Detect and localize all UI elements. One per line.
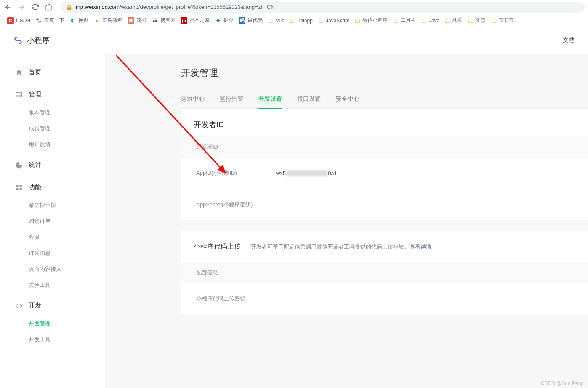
sidebar-category-label: 管理 bbox=[29, 91, 41, 99]
bookmark-item[interactable]: ●菜鸟教程 bbox=[91, 16, 125, 25]
sidebar-item[interactable]: 订阅消息 bbox=[0, 245, 105, 261]
sub-header: 开发者ID bbox=[181, 136, 588, 158]
bookmark-label: 萤石云 bbox=[499, 17, 514, 24]
sidebar-item[interactable]: 开发管理 bbox=[0, 316, 105, 332]
bookmark-favicon: 码 bbox=[239, 17, 245, 24]
bookmark-label: 掘金 bbox=[223, 17, 234, 24]
upload-section: 小程序代码上传 开发者可基于配置信息调用微信开发者工具提供的代码上传模块。查看详… bbox=[181, 231, 588, 262]
folder-icon: 🗀 bbox=[491, 17, 497, 24]
sidebar-category-home[interactable]: 首页 bbox=[0, 62, 105, 82]
sidebar-item[interactable]: 版本管理 bbox=[0, 104, 105, 120]
upload-key-label: 小程序代码上传密钥 bbox=[196, 295, 276, 302]
folder-icon: 🗀 bbox=[290, 17, 295, 24]
data-row: AppSecret(小程序密钥) bbox=[181, 189, 588, 220]
bookmark-item[interactable]: 🗀图形 bbox=[466, 16, 488, 25]
logo-area[interactable]: 小程序 bbox=[13, 35, 50, 45]
bookmark-item[interactable]: 🗀地图 bbox=[442, 16, 465, 25]
bookmark-item[interactable]: 🐾百度一下 bbox=[33, 16, 67, 25]
bookmark-item[interactable]: 🗀uniapp bbox=[287, 16, 315, 25]
sidebar: 首页管理版本管理成员管理用户反馈统计功能微信搜一搜购物订单客服订阅消息页面内容接… bbox=[0, 54, 105, 388]
folder-icon: 🗀 bbox=[354, 17, 360, 24]
data-row: AppID(小程序ID)wx50a1 bbox=[181, 158, 588, 189]
bookmarks-bar: CCSDN🐾百度一下◐禅道●菜鸟教程简简书☷博客园jb脚本之家◆掘金码最代码🗀V… bbox=[0, 14, 588, 27]
url-text: mp.weixin.qq.com/wxamp/devprofile/get_pr… bbox=[76, 4, 275, 10]
sidebar-item[interactable]: 客服 bbox=[0, 229, 105, 245]
bookmark-label: 脚本之家 bbox=[189, 17, 210, 24]
sidebar-item[interactable]: 页面内容接入 bbox=[0, 261, 105, 277]
bookmark-item[interactable]: 🗀Vue bbox=[266, 16, 287, 25]
bookmark-label: JavaScript bbox=[326, 18, 349, 24]
tab[interactable]: 安全中心 bbox=[336, 92, 359, 109]
bookmark-item[interactable]: 码最代码 bbox=[237, 16, 265, 25]
bookmark-item[interactable]: 🗀工具栏 bbox=[391, 16, 418, 25]
bookmark-favicon: ◆ bbox=[215, 17, 221, 24]
bookmark-item[interactable]: CCSDN bbox=[5, 16, 32, 25]
bookmark-item[interactable]: ◆掘金 bbox=[213, 16, 236, 25]
forward-button[interactable] bbox=[17, 3, 26, 12]
bookmark-item[interactable]: ◐禅道 bbox=[67, 16, 90, 25]
sidebar-category-pie[interactable]: 统计 bbox=[0, 155, 105, 175]
folder-icon: 🗀 bbox=[444, 17, 450, 24]
lock-icon: 🔒 bbox=[66, 4, 72, 10]
bookmark-label: 图形 bbox=[476, 17, 486, 24]
svg-rect-3 bbox=[20, 188, 22, 190]
code-icon bbox=[15, 302, 23, 310]
tab[interactable]: 监控告警 bbox=[220, 92, 243, 109]
docs-link[interactable]: 文档 bbox=[563, 37, 575, 44]
bookmark-item[interactable]: 🗀微信小程序 bbox=[352, 16, 390, 25]
bookmark-favicon: jb bbox=[181, 17, 187, 24]
sidebar-item[interactable]: 成员管理 bbox=[0, 120, 105, 136]
bookmark-item[interactable]: 🗀Java bbox=[419, 16, 442, 25]
page-header: 小程序 文档 bbox=[0, 27, 588, 54]
tab[interactable]: 开发设置 bbox=[258, 92, 282, 109]
sidebar-item[interactable]: 实验工具 bbox=[0, 277, 105, 293]
svg-rect-0 bbox=[16, 185, 18, 187]
view-details-link[interactable]: 查看详情 bbox=[410, 244, 431, 250]
svg-rect-1 bbox=[20, 185, 22, 187]
data-label: AppSecret(小程序密钥) bbox=[196, 201, 276, 209]
folder-icon: 🗀 bbox=[318, 17, 324, 24]
bookmark-favicon: C bbox=[7, 17, 14, 24]
sidebar-category-inbox[interactable]: 管理 bbox=[0, 85, 105, 104]
logo-text: 小程序 bbox=[27, 35, 50, 45]
pie-icon bbox=[15, 161, 23, 169]
bookmark-item[interactable]: 简简书 bbox=[125, 16, 149, 25]
folder-icon: 🗀 bbox=[268, 17, 274, 24]
sidebar-category-code[interactable]: 开发 bbox=[0, 296, 105, 316]
inbox-icon bbox=[15, 91, 23, 99]
tab[interactable]: 运维中心 bbox=[181, 92, 205, 109]
redacted-value bbox=[286, 170, 327, 176]
bookmark-label: Vue bbox=[276, 18, 285, 24]
section-title: 开发者ID bbox=[181, 109, 588, 136]
sidebar-category-grid[interactable]: 功能 bbox=[0, 177, 105, 197]
bookmark-label: uniapp bbox=[298, 18, 313, 24]
home-button[interactable] bbox=[44, 3, 53, 12]
bookmark-label: 百度一下 bbox=[44, 17, 64, 24]
sidebar-item[interactable]: 微信搜一搜 bbox=[0, 197, 105, 213]
url-bar[interactable]: 🔒 mp.weixin.qq.com/wxamp/devprofile/get_… bbox=[61, 2, 585, 13]
main: 开发管理 运维中心监控告警开发设置接口设置安全中心 开发者ID 开发者ID Ap… bbox=[105, 54, 588, 388]
sidebar-item[interactable]: 购物订单 bbox=[0, 213, 105, 229]
sidebar-category-label: 功能 bbox=[29, 183, 41, 191]
bookmark-item[interactable]: 🗀萤石云 bbox=[489, 16, 516, 25]
back-button[interactable] bbox=[3, 3, 13, 12]
bookmark-item[interactable]: jb脚本之家 bbox=[178, 16, 212, 25]
home-icon bbox=[15, 69, 23, 76]
bookmark-label: 最代码 bbox=[247, 17, 263, 24]
bookmark-label: 工具栏 bbox=[401, 17, 416, 24]
sidebar-category-label: 首页 bbox=[29, 68, 41, 76]
browser-toolbar: 🔒 mp.weixin.qq.com/wxamp/devprofile/get_… bbox=[0, 0, 588, 14]
sidebar-item[interactable]: 用户反馈 bbox=[0, 136, 105, 153]
bookmark-item[interactable]: 🗀JavaScript bbox=[316, 16, 351, 25]
svg-rect-2 bbox=[16, 188, 18, 190]
sidebar-category-label: 统计 bbox=[29, 161, 41, 169]
bookmark-favicon: ● bbox=[93, 17, 100, 24]
tab[interactable]: 接口设置 bbox=[297, 92, 321, 109]
bookmark-item[interactable]: ☷博客园 bbox=[149, 16, 178, 25]
dev-id-section: 开发者ID 开发者ID AppID(小程序ID)wx50a1AppSecret(… bbox=[181, 109, 588, 220]
sidebar-item[interactable]: 开发工具 bbox=[0, 332, 105, 348]
upload-key-row: 小程序代码上传密钥 bbox=[181, 283, 588, 314]
reload-button[interactable] bbox=[30, 3, 40, 12]
data-value: wx50a1 bbox=[276, 170, 337, 177]
bookmark-label: 博客园 bbox=[160, 17, 176, 24]
